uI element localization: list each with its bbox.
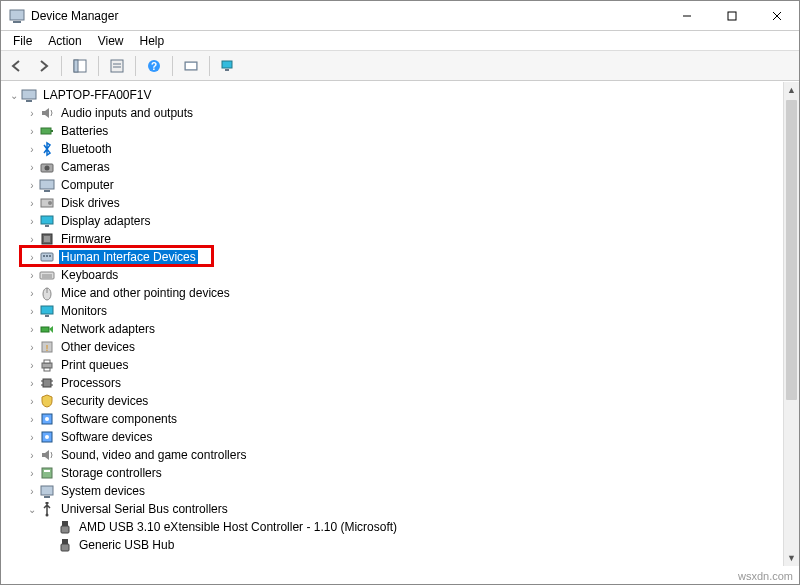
app-icon xyxy=(9,8,25,24)
tree-category[interactable]: ›Processors xyxy=(1,374,783,392)
expand-icon[interactable]: › xyxy=(25,446,39,464)
tree-category[interactable]: ⌄Universal Serial Bus controllers xyxy=(1,500,783,518)
tree-category[interactable]: ›Cameras xyxy=(1,158,783,176)
vertical-scrollbar[interactable]: ▲ ▼ xyxy=(783,82,799,566)
tree-category[interactable]: ›Software components xyxy=(1,410,783,428)
expand-icon[interactable]: › xyxy=(25,176,39,194)
svg-rect-16 xyxy=(225,69,229,71)
expand-icon[interactable]: › xyxy=(25,212,39,230)
svg-text:?: ? xyxy=(151,61,157,72)
expand-icon[interactable]: › xyxy=(25,248,39,266)
tree-category[interactable]: ›Display adapters xyxy=(1,212,783,230)
tree-category[interactable]: ›Computer xyxy=(1,176,783,194)
tree-item-label: Print queues xyxy=(59,358,130,372)
expand-icon[interactable]: › xyxy=(25,230,39,248)
menu-help[interactable]: Help xyxy=(132,32,173,50)
minimize-button[interactable] xyxy=(664,1,709,31)
svg-rect-58 xyxy=(44,470,50,472)
computer-icon xyxy=(39,177,55,193)
nav-back-button[interactable] xyxy=(5,54,29,78)
expand-icon[interactable]: › xyxy=(25,338,39,356)
tree-device[interactable]: AMD USB 3.10 eXtensible Host Controller … xyxy=(1,518,783,536)
tree-category[interactable]: ›System devices xyxy=(1,482,783,500)
scan-hardware-button[interactable] xyxy=(179,54,203,78)
expand-icon[interactable]: › xyxy=(25,104,39,122)
tree-category[interactable]: ›Batteries xyxy=(1,122,783,140)
tree-category[interactable]: ›Disk drives xyxy=(1,194,783,212)
expand-icon[interactable]: › xyxy=(25,482,39,500)
tree-category[interactable]: ›Software devices xyxy=(1,428,783,446)
show-hide-tree-button[interactable] xyxy=(68,54,92,78)
device-tree[interactable]: ⌄LAPTOP-FFA00F1V›Audio inputs and output… xyxy=(1,82,783,558)
properties-button[interactable] xyxy=(105,54,129,78)
hid-icon xyxy=(39,249,55,265)
scroll-down-arrow-icon[interactable]: ▼ xyxy=(784,550,799,566)
expand-icon[interactable]: › xyxy=(25,374,39,392)
tree-category[interactable]: ›Keyboards xyxy=(1,266,783,284)
expand-icon[interactable]: › xyxy=(25,266,39,284)
expand-icon[interactable]: › xyxy=(25,194,39,212)
collapse-icon[interactable]: ⌄ xyxy=(7,86,21,104)
tree-item-label: LAPTOP-FFA00F1V xyxy=(41,88,154,102)
battery-icon xyxy=(39,123,55,139)
tree-category[interactable]: ›Print queues xyxy=(1,356,783,374)
scroll-up-arrow-icon[interactable]: ▲ xyxy=(784,82,799,98)
expand-icon[interactable]: › xyxy=(25,320,39,338)
expand-spacer xyxy=(43,518,57,536)
expand-icon[interactable]: › xyxy=(25,428,39,446)
expand-icon[interactable]: › xyxy=(25,302,39,320)
tree-category[interactable]: ›Security devices xyxy=(1,392,783,410)
tree-category[interactable]: ›!Other devices xyxy=(1,338,783,356)
network-icon xyxy=(39,321,55,337)
expand-icon[interactable]: › xyxy=(25,392,39,410)
tree-device[interactable]: Generic USB Hub xyxy=(1,536,783,554)
expand-icon[interactable]: › xyxy=(25,284,39,302)
toolbar-separator xyxy=(61,56,62,76)
svg-rect-60 xyxy=(44,496,50,498)
svg-rect-32 xyxy=(43,255,45,257)
tree-category[interactable]: ›Audio inputs and outputs xyxy=(1,104,783,122)
scrollbar-thumb[interactable] xyxy=(786,100,797,400)
tree-category[interactable]: ›Storage controllers xyxy=(1,464,783,482)
menu-view[interactable]: View xyxy=(90,32,132,50)
tree-item-label: Mice and other pointing devices xyxy=(59,286,232,300)
menu-action[interactable]: Action xyxy=(40,32,89,50)
help-button[interactable]: ? xyxy=(142,54,166,78)
tree-item-label: Monitors xyxy=(59,304,109,318)
audio-icon xyxy=(39,105,55,121)
collapse-icon[interactable]: ⌄ xyxy=(25,500,39,518)
processor-icon xyxy=(39,375,55,391)
svg-point-61 xyxy=(46,514,49,517)
tree-item-label: Cameras xyxy=(59,160,112,174)
tree-category[interactable]: ›Human Interface Devices xyxy=(1,248,783,266)
toolbar-separator xyxy=(135,56,136,76)
svg-rect-40 xyxy=(41,306,53,314)
expand-icon[interactable]: › xyxy=(25,356,39,374)
tree-category[interactable]: ›Network adapters xyxy=(1,320,783,338)
expand-icon[interactable]: › xyxy=(25,122,39,140)
expand-icon[interactable]: › xyxy=(25,140,39,158)
nav-forward-button[interactable] xyxy=(31,54,55,78)
tree-category[interactable]: ›Monitors xyxy=(1,302,783,320)
toolbar-separator xyxy=(209,56,210,76)
toolbar-separator xyxy=(98,56,99,76)
tree-category[interactable]: ›Firmware xyxy=(1,230,783,248)
tree-category[interactable]: ›Sound, video and game controllers xyxy=(1,446,783,464)
expand-icon[interactable]: › xyxy=(25,464,39,482)
maximize-button[interactable] xyxy=(709,1,754,31)
expand-spacer xyxy=(43,536,57,554)
expand-icon[interactable]: › xyxy=(25,410,39,428)
firmware-icon xyxy=(39,231,55,247)
expand-icon[interactable]: › xyxy=(25,158,39,176)
devices-view-button[interactable] xyxy=(216,54,240,78)
bluetooth-icon xyxy=(39,141,55,157)
tree-item-label: Network adapters xyxy=(59,322,157,336)
usb-icon xyxy=(39,501,55,517)
menu-file[interactable]: File xyxy=(5,32,40,50)
tree-root-computer[interactable]: ⌄LAPTOP-FFA00F1V xyxy=(1,86,783,104)
close-button[interactable] xyxy=(754,1,799,31)
software-icon xyxy=(39,429,55,445)
tree-category[interactable]: ›Mice and other pointing devices xyxy=(1,284,783,302)
tree-item-label: AMD USB 3.10 eXtensible Host Controller … xyxy=(77,520,399,534)
tree-category[interactable]: ›Bluetooth xyxy=(1,140,783,158)
